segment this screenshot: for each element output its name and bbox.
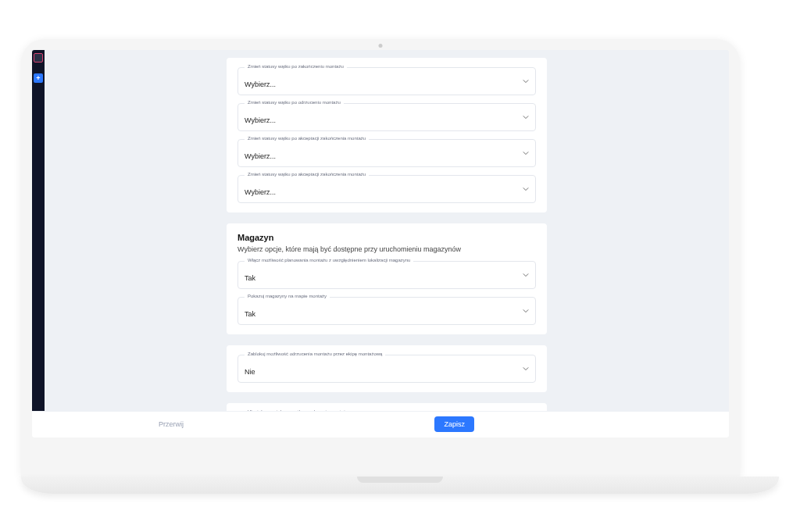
status-after-accept-select-1[interactable]: Zmień statusy wątku po akceptacji zakońc… [238, 139, 536, 167]
field-value: Tak [245, 274, 255, 282]
add-button-icon[interactable]: + [34, 73, 43, 83]
chevron-down-icon [523, 366, 529, 372]
warehouse-plan-location-select[interactable]: Włącz możliwość planowania montażu z uwz… [238, 261, 536, 289]
warehouse-show-on-map-select[interactable]: Pokazuj magazyny na mapie montaży Tak [238, 297, 536, 325]
statuses-card: Zmień statusy wątku po zakończeniu monta… [227, 58, 547, 212]
chevron-down-icon [523, 272, 529, 278]
field-value: Wybierz... [245, 80, 276, 88]
save-button[interactable]: Zapisz [434, 416, 474, 432]
field-label: Zmień statusy wątku po akceptacji zakońc… [245, 172, 369, 177]
app-logo-icon[interactable] [34, 53, 43, 62]
field-label: Pokazuj magazyny na mapie montaży [245, 294, 330, 298]
laptop-frame: + Zmień statusy wątku po zakończeniu mon… [21, 39, 740, 477]
app-layout: + Zmień statusy wątku po zakończeniu mon… [32, 50, 729, 411]
laptop-camera [379, 44, 383, 48]
chevron-down-icon [523, 186, 529, 192]
hide-guardian-card: Ukryj dane opiekuna wątku na zleceniu mo… [227, 403, 547, 411]
field-label: Zmień statusy wątku po akceptacji zakońc… [245, 136, 369, 141]
main-content: Zmień statusy wątku po zakończeniu monta… [45, 50, 729, 411]
laptop-base [21, 477, 779, 494]
chevron-down-icon [523, 78, 529, 84]
footer-action-bar: Przerwij Zapisz [32, 411, 729, 437]
field-label: Zmień statusy wątku po zakończeniu monta… [245, 64, 347, 69]
status-after-reject-select[interactable]: Zmień statusy wątku po odrzuceniu montaż… [238, 103, 536, 131]
app-screen: + Zmień statusy wątku po zakończeniu mon… [32, 50, 729, 437]
chevron-down-icon [523, 150, 529, 156]
status-after-complete-select[interactable]: Zmień statusy wątku po zakończeniu monta… [238, 67, 536, 95]
warehouse-subtitle: Wybierz opcje, które mają być dostępne p… [238, 245, 536, 253]
field-value: Wybierz... [245, 116, 276, 124]
sidebar: + [32, 50, 45, 411]
block-reject-select[interactable]: Zablokuj możliwość odrzucenia montażu pr… [238, 355, 536, 383]
field-label: Włącz możliwość planowania montażu z uwz… [245, 258, 413, 262]
status-after-accept-select-2[interactable]: Zmień statusy wątku po akceptacji zakońc… [238, 175, 536, 203]
warehouse-card: Magazyn Wybierz opcje, które mają być do… [227, 223, 547, 334]
field-value: Wybierz... [245, 152, 276, 160]
laptop-trackpad-notch [357, 477, 443, 483]
field-label: Zablokuj możliwość odrzucenia montażu pr… [245, 352, 385, 356]
chevron-down-icon [523, 308, 529, 314]
footer-inner: Przerwij Zapisz [154, 416, 474, 432]
field-label: Zmień statusy wątku po odrzuceniu montaż… [245, 100, 344, 105]
field-label: Ukryj dane opiekuna wątku na zleceniu mo… [245, 409, 351, 411]
field-value: Tak [245, 310, 255, 318]
field-value: Wybierz... [245, 188, 276, 196]
block-reject-card: Zablokuj możliwość odrzucenia montażu pr… [227, 345, 547, 392]
chevron-down-icon [523, 114, 529, 120]
warehouse-title: Magazyn [238, 233, 536, 242]
field-value: Nie [245, 368, 255, 376]
cancel-button[interactable]: Przerwij [154, 417, 188, 431]
